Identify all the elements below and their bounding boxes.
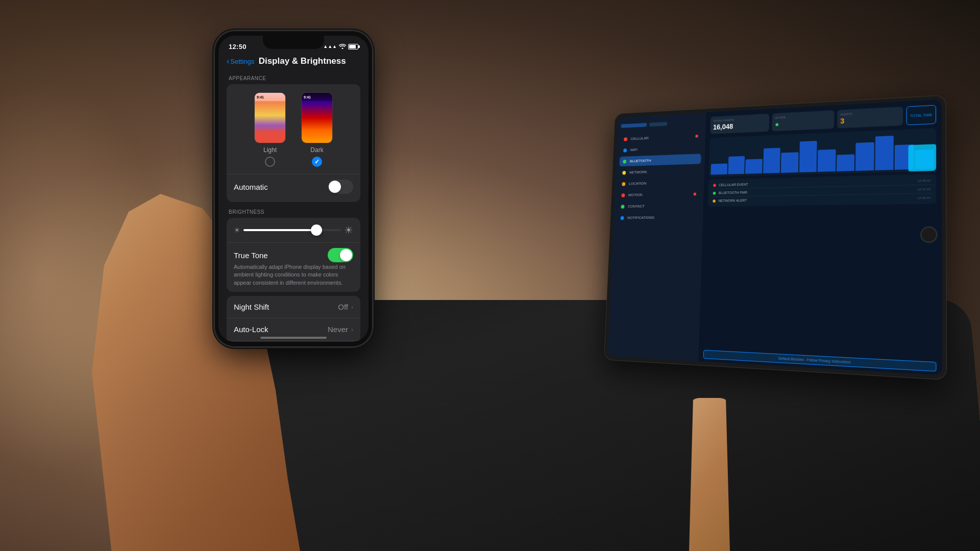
dot-green-1 bbox=[623, 160, 626, 164]
light-radio[interactable] bbox=[265, 157, 275, 167]
light-thumb-time: 9:41 bbox=[257, 95, 264, 99]
graph-bar-3 bbox=[745, 159, 762, 174]
light-label: Light bbox=[263, 146, 277, 154]
dot-orange-1 bbox=[622, 182, 625, 186]
event-dot-2 bbox=[713, 191, 716, 194]
automatic-row: Automatic bbox=[227, 174, 360, 199]
ipad-sidebar-row-6: MOTION bbox=[618, 189, 700, 201]
phone-notch bbox=[263, 36, 324, 49]
true-tone-toggle-thumb bbox=[340, 249, 352, 261]
true-tone-description: Automatically adapt iPhone display based… bbox=[227, 263, 360, 292]
light-theme-thumb: 9:41 bbox=[254, 92, 286, 143]
brightness-slider[interactable] bbox=[243, 229, 341, 231]
graph-bar-9 bbox=[855, 142, 874, 171]
night-shift-value: Off bbox=[338, 303, 348, 311]
brightness-thumb bbox=[311, 224, 322, 236]
page-title: Display & Brightness bbox=[254, 56, 350, 66]
back-chevron-icon: ‹ bbox=[227, 57, 229, 66]
ipad-sidebar-row-8: NOTIFICATIONS bbox=[617, 212, 699, 223]
dot-green-2 bbox=[621, 205, 624, 208]
appearance-options: 9:41 Light 9:41 bbox=[227, 87, 360, 174]
ipad-stat-3: ALERTS 3 bbox=[837, 107, 903, 129]
night-shift-chevron-icon: › bbox=[351, 304, 353, 311]
signal-icon: ▲▲▲ bbox=[323, 44, 337, 49]
ipad-stat-2: ACTIVE ● bbox=[772, 110, 834, 131]
ipad-highlight-box bbox=[908, 144, 936, 171]
graph-bar-4 bbox=[763, 147, 780, 173]
dot-red-2 bbox=[621, 193, 625, 197]
light-thumb-time-bar: 9:41 bbox=[255, 93, 285, 101]
auto-lock-chevron-icon: › bbox=[351, 326, 353, 333]
automatic-label: Automatic bbox=[234, 183, 328, 191]
auto-lock-label: Auto-Lock bbox=[234, 325, 328, 334]
graph-bar-7 bbox=[818, 149, 836, 171]
graph-bar-8 bbox=[836, 154, 854, 171]
auto-lock-value: Never bbox=[328, 325, 348, 334]
ipad-sidebar-row-3: BLUETOOTH bbox=[619, 154, 701, 166]
ipad-screen: CELLULAR WIFI BLUETOOTH NETWORK L bbox=[607, 99, 942, 375]
ipad-main-content: TOTAL EVENTS 16,048 ACTIVE ● ALERTS 3 TO… bbox=[698, 99, 942, 375]
ipad-sidebar-row-4: NETWORK bbox=[619, 165, 701, 178]
true-tone-toggle[interactable] bbox=[328, 248, 353, 262]
brightness-section-header: BRIGHTNESS bbox=[227, 204, 360, 218]
graph-bar-5 bbox=[781, 153, 798, 173]
fingers-right bbox=[689, 398, 730, 551]
brightness-low-icon: ☀ bbox=[234, 226, 240, 234]
ipad-event-list: CELLULAR EVENT 12:48:32 BLUETOOTH PAIR 1… bbox=[708, 174, 936, 207]
ipad-home-button[interactable] bbox=[920, 227, 937, 243]
brightness-fill bbox=[243, 229, 316, 231]
brightness-row: ☀ ☀ bbox=[227, 218, 360, 242]
night-shift-row[interactable]: Night Shift Off › bbox=[227, 296, 360, 318]
dark-thumb-time-bar: 9:41 bbox=[302, 93, 332, 101]
nav-bar: ‹ Settings Display & Brightness bbox=[218, 54, 369, 70]
dark-radio[interactable]: ✓ bbox=[312, 157, 322, 167]
graph-bar-6 bbox=[799, 141, 817, 172]
graph-bar-1 bbox=[710, 164, 727, 175]
home-indicator bbox=[260, 337, 327, 339]
automatic-toggle-thumb bbox=[329, 181, 341, 193]
ipad-sidebar-row-7: CONTACT bbox=[617, 201, 699, 212]
dot-blue-1 bbox=[623, 148, 627, 153]
dark-thumb-time: 9:41 bbox=[304, 95, 311, 99]
battery-icon bbox=[348, 44, 358, 49]
dot-blue-2 bbox=[620, 216, 624, 219]
settings-content: APPEARANCE 9:41 Light bbox=[218, 70, 369, 342]
ipad-sidebar: CELLULAR WIFI BLUETOOTH NETWORK L bbox=[607, 112, 706, 361]
event-dot-3 bbox=[713, 199, 716, 203]
dark-theme-thumb: 9:41 bbox=[301, 92, 333, 143]
checkmark-icon: ✓ bbox=[314, 158, 320, 165]
ipad-sidebar-row-5: LOCATION bbox=[618, 177, 700, 189]
true-tone-row: True Tone bbox=[227, 243, 360, 267]
graph-bar-2 bbox=[728, 156, 745, 174]
back-label: Settings bbox=[230, 58, 254, 65]
wifi-icon bbox=[339, 43, 346, 50]
ipad-stat-1: TOTAL EVENTS 16,048 bbox=[710, 114, 769, 134]
phone-screen: 12:50 ▲▲▲ bbox=[218, 36, 369, 342]
brightness-high-icon: ☀ bbox=[344, 224, 353, 236]
dark-label: Dark bbox=[310, 146, 323, 154]
true-tone-label: True Tone bbox=[234, 251, 328, 260]
appearance-section-header: APPEARANCE bbox=[227, 70, 360, 84]
status-icons: ▲▲▲ bbox=[323, 43, 358, 50]
night-shift-label: Night Shift bbox=[234, 303, 338, 311]
automatic-toggle[interactable] bbox=[328, 180, 353, 194]
raise-to-wake-row: Raise to Wake bbox=[227, 341, 360, 342]
ipad-sidebar-row-2: WIFI bbox=[620, 142, 701, 156]
other-settings-section: Night Shift Off › Auto-Lock Never › Rais… bbox=[227, 296, 360, 342]
appearance-light-option[interactable]: 9:41 Light bbox=[254, 92, 286, 167]
back-button[interactable]: ‹ Settings bbox=[227, 57, 254, 66]
phone-container: 12:50 ▲▲▲ bbox=[214, 31, 373, 347]
dot-yellow-1 bbox=[622, 171, 626, 175]
ipad-graph bbox=[709, 128, 936, 177]
ipad-body: CELLULAR WIFI BLUETOOTH NETWORK L bbox=[604, 95, 947, 380]
ipad-container: CELLULAR WIFI BLUETOOTH NETWORK L bbox=[604, 95, 947, 380]
ipad-stat-4: TOTAL TIME bbox=[906, 105, 936, 126]
event-dot-1 bbox=[713, 184, 716, 187]
graph-bar-10 bbox=[875, 136, 894, 170]
dot-red-1 bbox=[624, 137, 627, 141]
phone-body: 12:50 ▲▲▲ bbox=[214, 31, 373, 347]
appearance-dark-option[interactable]: 9:41 Dark ✓ bbox=[301, 92, 333, 167]
status-time: 12:50 bbox=[229, 43, 247, 51]
